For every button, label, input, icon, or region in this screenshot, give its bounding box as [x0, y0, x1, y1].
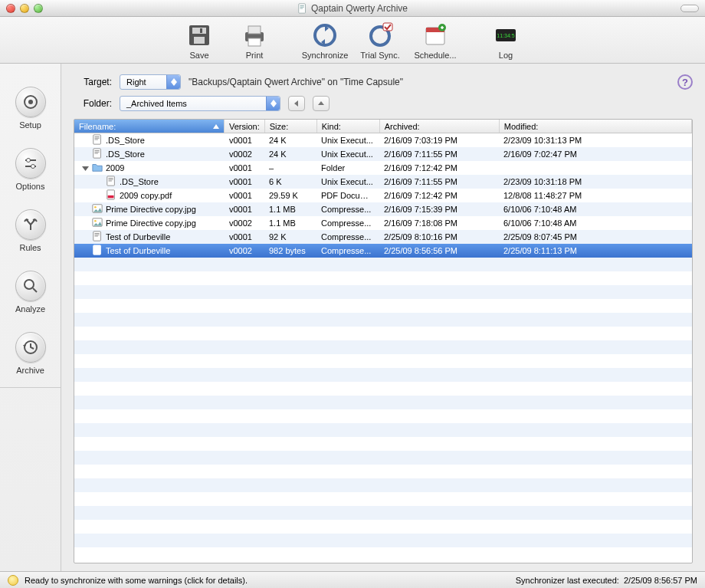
- disclosure-icon[interactable]: [82, 165, 89, 172]
- nav-back-button[interactable]: [288, 96, 305, 111]
- table-row[interactable]: Prime Directive copy.jpgv00011.1 MBCompr…: [74, 202, 692, 216]
- cell-version: v0001: [225, 177, 264, 186]
- table-row: [74, 492, 692, 506]
- sidebar-item-archive[interactable]: Archive: [0, 324, 61, 386]
- table-row: [74, 451, 692, 465]
- table-row: [74, 368, 692, 382]
- sliders-icon: [22, 155, 39, 172]
- schedule-button[interactable]: Schedule...: [411, 21, 460, 60]
- table-row: [74, 520, 692, 534]
- folder-select[interactable]: _Archived Items: [120, 96, 280, 111]
- svg-point-19: [31, 165, 34, 169]
- svg-rect-6: [248, 26, 261, 34]
- cell-kind: PDF Document: [316, 191, 379, 200]
- file-name: Test of Durbeville: [106, 232, 170, 241]
- table-row[interactable]: Test of Durbevillev000192 KCompresse...2…: [74, 230, 692, 244]
- table-row: [74, 506, 692, 520]
- table-row: [74, 534, 692, 547]
- status-bar: Ready to synchronize with some warnings …: [0, 571, 705, 588]
- table-row[interactable]: .DS_Storev000124 KUnix Execut...2/16/09 …: [74, 133, 692, 147]
- last-exec-value: 2/25/09 8:56:57 PM: [624, 576, 697, 585]
- cell-archived: 2/16/09 7:11:55 PM: [379, 149, 499, 159]
- column-archived[interactable]: Archived:: [380, 120, 500, 133]
- sidebar-item-analyze[interactable]: Analyze: [0, 263, 61, 324]
- file-name: 2009: [106, 163, 124, 172]
- table-row: [74, 437, 692, 451]
- table-row: [74, 354, 692, 368]
- cell-kind: Compresse...: [316, 232, 379, 241]
- file-name: Prime Directive copy.jpg: [106, 218, 196, 228]
- cell-archived: 2/16/09 7:11:55 PM: [379, 177, 499, 186]
- cell-modified: 6/10/06 7:10:48 AM: [499, 205, 692, 214]
- save-button[interactable]: Save: [175, 21, 224, 60]
- svg-point-30: [94, 220, 97, 222]
- log-button[interactable]: 11:34:5 Log: [481, 21, 530, 60]
- cell-size: 1.1 MB: [264, 218, 316, 228]
- trial-sync-button[interactable]: Trial Sync.: [356, 21, 405, 60]
- cell-modified: 12/8/08 11:48:27 PM: [499, 191, 692, 200]
- table-row[interactable]: 2009 copy.pdfv000129.59 KPDF Document2/1…: [74, 189, 692, 202]
- sidebar: Setup Options Rules Analyze Archive: [0, 64, 61, 571]
- column-modified[interactable]: Modified:: [500, 120, 692, 133]
- table-body[interactable]: .DS_Storev000124 KUnix Execut...2/16/09 …: [74, 133, 692, 563]
- file-icon: [92, 217, 103, 229]
- printer-icon: [241, 21, 268, 49]
- zoom-window-button[interactable]: [34, 4, 43, 13]
- sidebar-item-options[interactable]: Options: [0, 140, 61, 202]
- sidebar-item-setup[interactable]: Setup: [0, 79, 61, 140]
- table-row: [74, 340, 692, 354]
- table-row: [74, 478, 692, 492]
- target-select[interactable]: Right: [120, 74, 181, 90]
- cell-modified: 2/25/09 8:11:13 PM: [499, 246, 692, 255]
- title-bar: Qaptain Qwerty Archive: [0, 0, 705, 17]
- cell-archived: 2/16/09 7:18:08 PM: [379, 218, 499, 228]
- table-row[interactable]: .DS_Storev000224 KUnix Execut...2/16/09 …: [74, 147, 692, 161]
- cell-version: v0002: [225, 149, 264, 159]
- synchronize-button[interactable]: Synchronize: [300, 21, 349, 60]
- file-icon: [92, 203, 103, 215]
- close-window-button[interactable]: [6, 4, 15, 13]
- warning-icon: [8, 575, 18, 586]
- table-row: [74, 423, 692, 437]
- table-row: [74, 285, 692, 299]
- column-kind[interactable]: Kind:: [317, 120, 380, 133]
- help-button[interactable]: ?: [677, 74, 693, 90]
- window-title: Qaptain Qwerty Archive: [311, 3, 408, 14]
- last-exec-label: Synchronizer last executed:: [516, 576, 619, 585]
- document-icon: [297, 3, 308, 14]
- nav-up-button[interactable]: [313, 96, 330, 111]
- toolbar: Save Print Synchronize Trial Sync. Sched…: [0, 17, 705, 64]
- target-icon: [22, 94, 39, 110]
- branch-icon: [22, 216, 39, 233]
- table-row: [74, 409, 692, 423]
- table-row[interactable]: 2009v0001–Folder2/16/09 7:12:42 PM: [74, 161, 692, 175]
- file-name: 2009 copy.pdf: [120, 191, 172, 200]
- cell-kind: Compresse...: [316, 246, 379, 255]
- cell-modified: 2/23/09 10:31:13 PM: [499, 136, 692, 145]
- cell-archived: 2/25/09 8:56:56 PM: [379, 246, 499, 255]
- sidebar-item-rules[interactable]: Rules: [0, 202, 61, 263]
- column-size[interactable]: Size:: [265, 120, 317, 133]
- column-filename[interactable]: Filename:: [74, 120, 225, 133]
- cell-version: v0002: [225, 246, 264, 255]
- cell-kind: Unix Execut...: [316, 149, 379, 159]
- cell-size: 982 bytes: [264, 246, 316, 255]
- cell-archived: 2/16/09 7:03:19 PM: [379, 136, 499, 145]
- cell-modified: 6/10/06 7:10:48 AM: [499, 218, 692, 228]
- table-row[interactable]: Test of Durbevillev0002982 bytesCompress…: [74, 244, 692, 258]
- cell-size: –: [264, 163, 316, 172]
- file-name: .DS_Store: [106, 149, 145, 159]
- magnifier-icon: [22, 278, 39, 294]
- minimize-window-button[interactable]: [20, 4, 29, 13]
- toolbar-toggle-button[interactable]: [680, 5, 699, 12]
- print-button[interactable]: Print: [230, 21, 279, 60]
- svg-point-28: [94, 206, 97, 209]
- table-row[interactable]: .DS_Storev00016 KUnix Execut...2/16/09 7…: [74, 175, 692, 189]
- svg-rect-0: [299, 3, 306, 12]
- cell-size: 24 K: [264, 149, 316, 159]
- column-version[interactable]: Version:: [225, 120, 265, 133]
- status-message[interactable]: Ready to synchronize with some warnings …: [25, 576, 248, 585]
- table-row[interactable]: Prime Directive copy.jpgv00021.1 MBCompr…: [74, 216, 692, 230]
- cell-version: v0001: [225, 163, 264, 172]
- select-arrows-icon: [266, 97, 280, 110]
